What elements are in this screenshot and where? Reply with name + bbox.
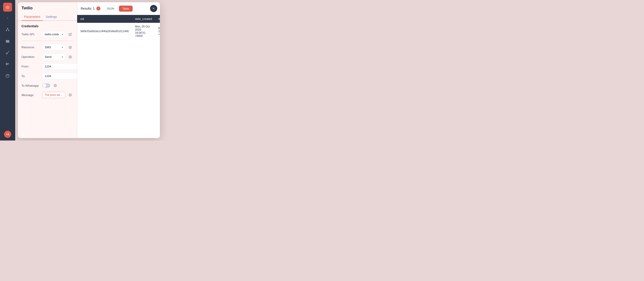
sidebar-collapse-button[interactable]: ›: [4, 15, 11, 20]
results-info-icon[interactable]: i: [96, 6, 100, 10]
message-gear-icon[interactable]: [67, 92, 73, 98]
to-whatsapp-label: To Whatsapp:: [22, 84, 40, 87]
resource-label: Resource:: [22, 45, 40, 49]
to-whatsapp-toggle[interactable]: [42, 83, 50, 88]
dialog-header: Twilio: [18, 2, 77, 10]
twilio-dialog: × Twilio Parameters Settings Credentials…: [18, 2, 160, 138]
to-whatsapp-row: To Whatsapp:: [22, 82, 73, 89]
logo-icon: ◎: [6, 5, 10, 9]
cell-date-created: Mon, 05 Oct 2020 16:06:51 +0000: [132, 23, 155, 40]
message-label: Message:: [22, 93, 40, 97]
operation-select-wrapper: Send ▼: [42, 54, 65, 60]
form-divider: [22, 41, 73, 41]
tab-settings[interactable]: Settings: [43, 13, 60, 21]
sidebar-bottom: +1: [4, 131, 11, 138]
to-label: To:: [22, 74, 40, 78]
svg-line-10: [9, 51, 9, 52]
to-input[interactable]: [42, 73, 77, 79]
tabs-bar: Parameters Settings: [18, 10, 77, 21]
twilio-api-select-wrapper: twilio-credentials ▼: [42, 31, 65, 37]
whatsapp-gear-icon[interactable]: [52, 82, 58, 89]
operation-label: Operation:: [22, 55, 40, 58]
dialog-body: Twilio Parameters Settings Credentials T…: [18, 2, 160, 138]
svg-line-4: [8, 28, 9, 30]
from-label: From:: [22, 65, 40, 68]
operation-row: Operation: Send ▼: [22, 54, 73, 60]
tab-parameters[interactable]: Parameters: [22, 13, 43, 21]
dialog-title: Twilio: [22, 6, 33, 10]
results-left: Results: 1 i: [81, 6, 100, 10]
view-toggle-buttons: JSON Table: [103, 5, 132, 12]
results-table: sid date_created date_updated date_sent …: [77, 15, 160, 40]
resource-select-wrapper: SMS ▼: [42, 44, 65, 50]
credentials-title: Credentials: [22, 24, 73, 28]
resource-select[interactable]: SMS: [42, 44, 65, 50]
svg-point-14: [6, 63, 6, 64]
resource-gear-icon[interactable]: [67, 44, 73, 50]
svg-point-0: [8, 28, 8, 28]
svg-line-3: [6, 28, 8, 30]
json-view-button[interactable]: JSON: [103, 5, 118, 12]
twilio-api-row: Twilio API: twilio-credentials ▼: [22, 31, 73, 37]
network-icon[interactable]: [4, 26, 11, 33]
close-button[interactable]: ×: [150, 5, 157, 12]
twilio-api-select[interactable]: twilio-credentials: [42, 31, 65, 37]
svg-rect-6: [6, 41, 9, 41]
help-icon[interactable]: [4, 72, 11, 79]
operation-gear-icon[interactable]: [67, 54, 73, 60]
twilio-api-label: Twilio API:: [22, 33, 40, 36]
svg-rect-7: [6, 42, 9, 42]
cell-date-updated: Mon, 05 Oct 2020 16:06:51 +0000: [155, 23, 160, 40]
svg-point-24: [70, 94, 71, 95]
svg-point-23: [55, 85, 56, 86]
table-header: sid date_created date_updated date_sent …: [77, 15, 160, 23]
list-icon[interactable]: [4, 61, 11, 68]
sidebar-nav: [4, 26, 11, 127]
results-header: Results: 1 i JSON Table ▶ Execute Node: [77, 2, 160, 15]
app-logo[interactable]: ◎: [3, 3, 12, 12]
results-label: Results: 1: [81, 7, 94, 10]
svg-point-15: [6, 64, 6, 64]
message-row: Message: The price went up! ....: [22, 92, 73, 98]
left-panel: Twilio Parameters Settings Credentials T…: [18, 2, 77, 138]
svg-point-16: [6, 64, 6, 65]
table-view-button[interactable]: Table: [119, 5, 132, 12]
operation-select[interactable]: Send: [42, 54, 65, 60]
right-panel: Results: 1 i JSON Table ▶ Execute Node: [77, 2, 160, 138]
key-icon[interactable]: [4, 49, 11, 56]
col-header-sid: sid: [77, 15, 132, 23]
from-row: From:: [22, 63, 73, 70]
toggle-knob: [43, 84, 46, 87]
sidebar: ◎ ›: [0, 0, 15, 140]
to-row: To:: [22, 73, 73, 79]
table-row: SM9cf2ed6d3e1c4f4fa2634bef51011490 Mon, …: [77, 23, 160, 40]
svg-rect-5: [6, 40, 9, 41]
svg-point-8: [6, 53, 8, 54]
layers-icon[interactable]: [4, 37, 11, 45]
form-content: Credentials Twilio API: twilio-credentia…: [18, 21, 77, 138]
cell-sid: SM9cf2ed6d3e1c4f4fa2634bef51011490: [77, 23, 132, 40]
from-input[interactable]: [42, 63, 77, 70]
col-header-date-created: date_created: [132, 15, 155, 23]
table-header-row: sid date_created date_updated date_sent …: [77, 15, 160, 23]
results-table-container: sid date_created date_updated date_sent …: [77, 15, 160, 138]
twilio-api-edit-icon[interactable]: [67, 31, 73, 37]
user-avatar[interactable]: +1: [4, 131, 11, 138]
svg-point-2: [8, 30, 9, 31]
svg-point-20: [70, 56, 71, 57]
svg-point-19: [70, 47, 71, 48]
message-field[interactable]: The price went up! ....: [42, 92, 65, 98]
col-header-date-updated: date_updated: [155, 15, 160, 23]
svg-point-1: [6, 30, 7, 31]
table-body: SM9cf2ed6d3e1c4f4fa2634bef51011490 Mon, …: [77, 23, 160, 40]
resource-row: Resource: SMS ▼: [22, 44, 73, 50]
